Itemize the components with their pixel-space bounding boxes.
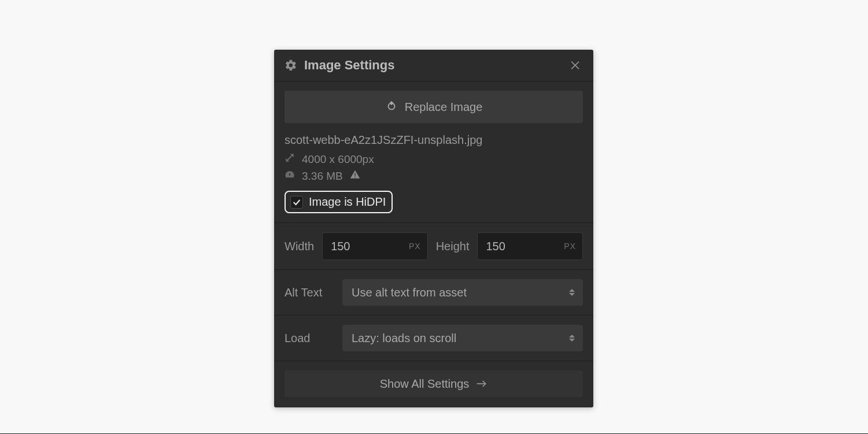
- hidpi-checkbox-row[interactable]: Image is HiDPI: [285, 191, 393, 213]
- warning-icon: [350, 169, 360, 183]
- load-label: Load: [285, 332, 334, 345]
- show-all-settings-button[interactable]: Show All Settings: [285, 370, 583, 397]
- show-all-section: Show All Settings: [274, 361, 593, 407]
- alt-text-selected: Use alt text from asset: [352, 286, 467, 299]
- alt-text-label: Alt Text: [285, 286, 334, 299]
- width-unit: PX: [409, 242, 421, 251]
- updown-icon: [568, 289, 576, 296]
- close-icon: [569, 59, 582, 72]
- image-dimensions-row: 4000 x 6000px: [285, 153, 583, 166]
- image-dimensions-text: 4000 x 6000px: [302, 153, 374, 166]
- show-all-label: Show All Settings: [380, 377, 470, 391]
- gauge-icon: [285, 169, 295, 183]
- replace-image-label: Replace Image: [405, 101, 483, 114]
- refresh-icon: [385, 99, 398, 115]
- image-meta-section: Replace Image scott-webb-eA2z1JSzZFI-uns…: [274, 81, 593, 223]
- width-label: Width: [285, 240, 314, 253]
- image-filename: scott-webb-eA2z1JSzZFI-unsplash.jpg: [285, 133, 583, 147]
- gear-icon: [285, 59, 297, 72]
- hidpi-label: Image is HiDPI: [309, 195, 386, 209]
- alt-text-section: Alt Text Use alt text from asset: [274, 270, 593, 316]
- arrow-right-icon: [476, 380, 487, 388]
- load-select[interactable]: Lazy: loads on scroll: [342, 325, 583, 351]
- load-selected: Lazy: loads on scroll: [352, 332, 456, 345]
- image-filesize-text: 3.36 MB: [302, 170, 343, 183]
- panel-title: Image Settings: [304, 58, 394, 73]
- load-section: Load Lazy: loads on scroll: [274, 316, 593, 361]
- panel-header: Image Settings: [274, 50, 593, 81]
- replace-image-button[interactable]: Replace Image: [285, 91, 583, 123]
- check-icon: [292, 198, 301, 207]
- image-settings-panel: Image Settings Replace Image scott-webb-…: [274, 50, 593, 407]
- height-label: Height: [436, 240, 470, 253]
- close-button[interactable]: [568, 58, 583, 73]
- dimensions-icon: [285, 153, 295, 166]
- image-filesize-row: 3.36 MB: [285, 169, 583, 183]
- height-unit: PX: [564, 242, 576, 251]
- updown-icon: [568, 335, 576, 342]
- hidpi-checkbox[interactable]: [290, 196, 303, 209]
- alt-text-select[interactable]: Use alt text from asset: [342, 279, 583, 306]
- dimensions-section: Width PX Height PX: [274, 223, 593, 270]
